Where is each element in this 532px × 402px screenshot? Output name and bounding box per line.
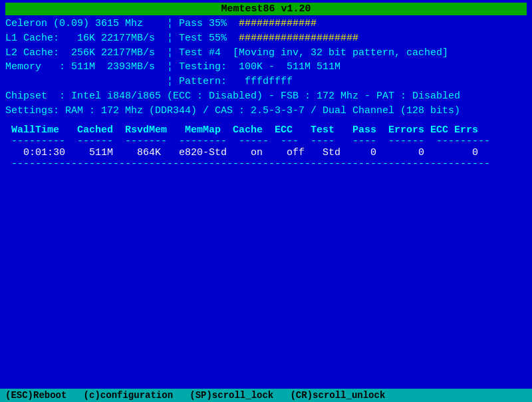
memory-line: Memory : 511M 2393MB/s ¦ Testing: 100K -… xyxy=(5,60,527,75)
l2-cache-line: L2 Cache: 256K 22177MB/s ¦ Test #4 [Movi… xyxy=(5,46,527,61)
table-row: 0:01:30 511M 864K e820-Std on off Std 0 … xyxy=(5,147,527,158)
settings-line: Settings: RAM : 172 Mhz (DDR344) / CAS :… xyxy=(5,104,527,118)
status-bar: (ESC)Reboot (c)configuration (SP)scroll_… xyxy=(0,389,532,402)
table-header: WallTime Cached RsvdMem MemMap Cache ECC… xyxy=(5,124,527,136)
results-table: WallTime Cached RsvdMem MemMap Cache ECC… xyxy=(5,124,527,170)
table-divider-bottom: ----------------------------------------… xyxy=(5,158,527,170)
cpu-line: Celeron (0.09) 3615 Mhz ¦ Pass 35% #####… xyxy=(5,17,527,31)
table-divider-top: --------- ------ ------- -------- ----- … xyxy=(5,136,527,147)
l1-cache-line: L1 Cache: 16K 22177MB/s ¦ Test 55% #####… xyxy=(5,31,527,46)
info-section: Celeron (0.09) 3615 Mhz ¦ Pass 35% #####… xyxy=(5,17,527,118)
main-screen: Memtest86 v1.20 Celeron (0.09) 3615 Mhz … xyxy=(0,0,532,389)
title-bar: Memtest86 v1.20 xyxy=(5,3,527,15)
pattern-line: ¦ Pattern: fffdffff xyxy=(5,75,527,89)
chipset-line: Chipset : Intel i848/i865 (ECC : Disable… xyxy=(5,89,527,104)
